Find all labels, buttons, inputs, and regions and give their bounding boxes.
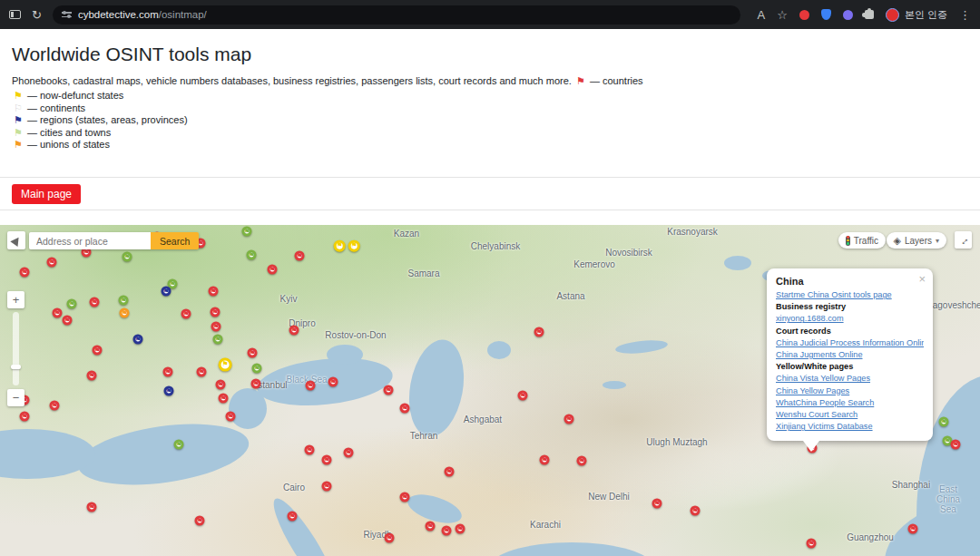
popup-link[interactable]: China Vista Yellow Pages [776, 373, 924, 385]
popup-link[interactable]: xinyong.1688.com [776, 313, 924, 325]
map-marker[interactable]: ⚑ [400, 493, 410, 502]
map-marker[interactable]: ⚑ [951, 440, 961, 450]
refresh-icon[interactable]: ↻ [32, 9, 42, 21]
map-marker[interactable]: ⚑ [120, 308, 130, 318]
map-marker[interactable]: ⚑ [87, 371, 97, 381]
search-button[interactable]: Search [151, 232, 199, 249]
map-marker[interactable]: ⚑ [219, 358, 232, 372]
map-marker[interactable]: ⚑ [306, 381, 316, 391]
map-marker[interactable]: ⚑ [385, 533, 395, 543]
map-marker[interactable]: ⚑ [577, 456, 587, 466]
map-marker[interactable]: ⚑ [87, 502, 97, 512]
popup-link[interactable]: Startme China Osint tools page [776, 289, 924, 301]
map-marker[interactable]: ⚑ [119, 296, 129, 306]
map-marker[interactable]: ⚑ [219, 394, 229, 404]
map-marker[interactable]: ⚑ [247, 250, 257, 260]
translate-icon[interactable]: A [758, 9, 766, 21]
map-marker[interactable]: ⚑ [211, 322, 221, 332]
map-marker[interactable]: ⚑ [328, 377, 338, 387]
popup-link[interactable]: WhatChina People Search [776, 397, 924, 409]
bookmark-star-icon[interactable]: ☆ [777, 9, 788, 21]
map-marker[interactable]: ⚑ [252, 364, 262, 374]
map-marker[interactable]: ⚑ [53, 308, 63, 318]
map-marker[interactable]: ⚑ [67, 299, 77, 309]
map-marker[interactable]: ⚑ [251, 379, 261, 389]
map-marker[interactable]: ⚑ [93, 346, 103, 356]
map-marker[interactable]: ⚑ [209, 287, 219, 297]
map-marker[interactable]: ⚑ [400, 404, 410, 414]
extension-shield-icon[interactable] [821, 9, 831, 20]
map-marker[interactable]: ⚑ [63, 316, 73, 326]
map-marker[interactable]: ⚑ [122, 252, 132, 262]
fullscreen-button[interactable]: ↔ [955, 231, 972, 249]
profile-chip[interactable]: 본인 인증 [886, 8, 947, 22]
map-marker[interactable]: ⚑ [242, 227, 252, 237]
popup-link[interactable]: Xinjiang Victims Database [776, 421, 924, 433]
map-marker[interactable]: ⚑ [295, 251, 305, 261]
map-marker[interactable]: ⚑ [164, 386, 174, 396]
map-marker[interactable]: ⚑ [133, 335, 143, 345]
map-marker[interactable]: ⚑ [807, 539, 817, 549]
map-marker[interactable]: ⚑ [47, 258, 57, 268]
map-marker[interactable]: ⚑ [939, 417, 949, 427]
map-marker[interactable]: ⚑ [174, 440, 184, 450]
osint-map[interactable]: KazanChelyabinskNovosibirskKemerovoKrasn… [0, 225, 980, 556]
map-marker[interactable]: ⚑ [90, 298, 100, 307]
map-marker[interactable]: ⚑ [268, 265, 278, 275]
map-marker[interactable]: ⚑ [426, 522, 436, 532]
map-marker[interactable]: ⚑ [442, 526, 452, 536]
map-marker[interactable]: ⚑ [226, 412, 236, 422]
search-input[interactable] [29, 232, 151, 249]
map-marker[interactable]: ⚑ [248, 348, 258, 358]
map-marker[interactable]: ⚑ [50, 401, 60, 411]
zoom-slider-handle[interactable] [11, 365, 21, 369]
map-marker[interactable]: ⚑ [162, 287, 172, 297]
map-marker[interactable]: ⚑ [540, 455, 550, 465]
map-marker[interactable]: ⚑ [289, 326, 299, 336]
map-marker[interactable]: ⚑ [691, 506, 701, 516]
map-marker[interactable]: ⚑ [384, 385, 394, 395]
map-marker[interactable]: ⚑ [322, 455, 332, 465]
side-panel-icon[interactable] [9, 10, 21, 19]
map-marker[interactable]: ⚑ [518, 391, 528, 401]
zoom-in-button[interactable]: + [7, 291, 24, 308]
map-marker[interactable]: ⚑ [213, 335, 223, 345]
site-settings-icon[interactable] [62, 12, 72, 17]
traffic-toggle[interactable]: Traffic [838, 232, 886, 249]
map-marker[interactable]: ⚑ [288, 512, 298, 522]
map-marker[interactable]: ⚑ [20, 412, 30, 422]
map-marker[interactable]: ⚑ [334, 240, 346, 252]
zoom-slider[interactable] [13, 312, 19, 385]
map-marker[interactable]: ⚑ [456, 524, 466, 534]
map-marker[interactable]: ⚑ [216, 380, 226, 390]
map-marker[interactable]: ⚑ [305, 445, 315, 455]
menu-kebab-icon[interactable]: ⋮ [959, 9, 971, 21]
map-marker[interactable]: ⚑ [564, 415, 574, 424]
layers-dropdown[interactable]: ◈ Layers ▾ [887, 232, 947, 249]
map-marker[interactable]: ⚑ [163, 367, 173, 377]
popup-link[interactable]: China Judicial Process Information Onlin… [776, 337, 924, 349]
map-marker[interactable]: ⚑ [195, 516, 205, 526]
map-marker[interactable]: ⚑ [534, 327, 544, 337]
map-marker[interactable]: ⚑ [322, 482, 332, 492]
main-page-button[interactable]: Main page [12, 184, 81, 204]
close-icon[interactable]: × [918, 273, 926, 285]
map-marker[interactable]: ⚑ [652, 499, 662, 509]
map-marker[interactable]: ⚑ [348, 240, 360, 252]
map-marker[interactable]: ⚑ [344, 448, 354, 458]
popup-link[interactable]: China Jugments Online [776, 349, 924, 361]
address-bar[interactable]: cybdetective.com/osintmap/ [53, 5, 740, 24]
extensions-puzzle-icon[interactable] [865, 10, 874, 19]
my-location-button[interactable] [7, 231, 25, 249]
map-marker[interactable]: ⚑ [211, 307, 220, 317]
extension-purple-icon[interactable] [843, 10, 853, 20]
map-marker[interactable]: ⚑ [908, 524, 918, 534]
popup-link[interactable]: Wenshu Court Search [776, 409, 924, 421]
map-marker[interactable]: ⚑ [445, 467, 455, 477]
map-marker[interactable]: ⚑ [197, 367, 207, 377]
map-marker[interactable]: ⚑ [20, 268, 30, 278]
zoom-out-button[interactable]: − [7, 389, 24, 406]
popup-link[interactable]: China Yellow Pages [776, 385, 924, 397]
map-marker[interactable]: ⚑ [181, 309, 191, 319]
extension-red-icon[interactable] [799, 10, 809, 20]
